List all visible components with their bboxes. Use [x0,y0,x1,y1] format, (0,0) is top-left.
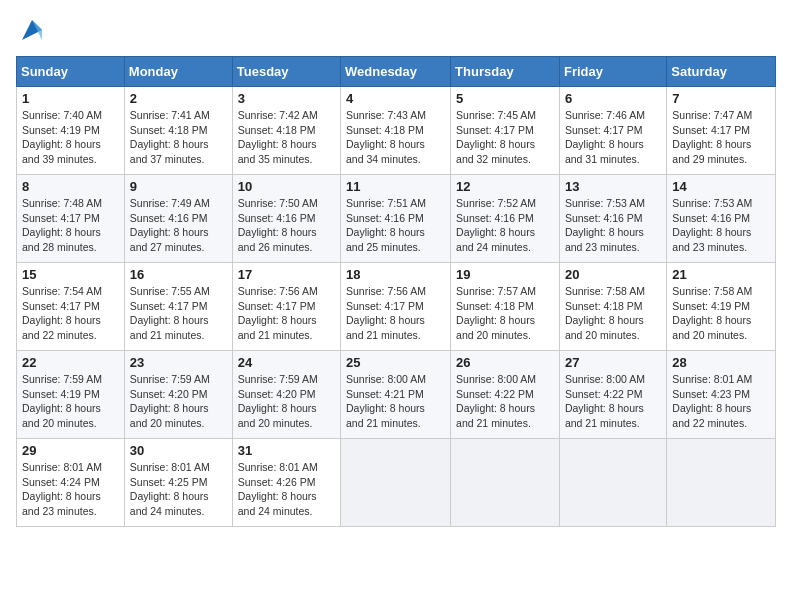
day-number: 24 [238,355,335,370]
sunrise-label: Sunrise: 7:53 AM [672,197,752,209]
sunrise-label: Sunrise: 7:41 AM [130,109,210,121]
calendar-cell: 26 Sunrise: 8:00 AM Sunset: 4:22 PM Dayl… [451,351,560,439]
day-number: 20 [565,267,661,282]
daylight-label: Daylight: 8 hours and 24 minutes. [130,490,209,517]
calendar-table: SundayMondayTuesdayWednesdayThursdayFrid… [16,56,776,527]
calendar-cell: 20 Sunrise: 7:58 AM Sunset: 4:18 PM Dayl… [559,263,666,351]
calendar-cell [667,439,776,527]
calendar-cell: 3 Sunrise: 7:42 AM Sunset: 4:18 PM Dayli… [232,87,340,175]
day-number: 7 [672,91,770,106]
calendar-cell: 11 Sunrise: 7:51 AM Sunset: 4:16 PM Dayl… [341,175,451,263]
day-info: Sunrise: 7:50 AM Sunset: 4:16 PM Dayligh… [238,196,335,255]
weekday-header-wednesday: Wednesday [341,57,451,87]
calendar-cell: 22 Sunrise: 7:59 AM Sunset: 4:19 PM Dayl… [17,351,125,439]
calendar-cell: 27 Sunrise: 8:00 AM Sunset: 4:22 PM Dayl… [559,351,666,439]
sunrise-label: Sunrise: 7:46 AM [565,109,645,121]
calendar-cell: 31 Sunrise: 8:01 AM Sunset: 4:26 PM Dayl… [232,439,340,527]
daylight-label: Daylight: 8 hours and 34 minutes. [346,138,425,165]
calendar-cell: 18 Sunrise: 7:56 AM Sunset: 4:17 PM Dayl… [341,263,451,351]
day-info: Sunrise: 8:00 AM Sunset: 4:22 PM Dayligh… [456,372,554,431]
day-number: 2 [130,91,227,106]
calendar-cell: 25 Sunrise: 8:00 AM Sunset: 4:21 PM Dayl… [341,351,451,439]
sunset-label: Sunset: 4:17 PM [672,124,750,136]
day-info: Sunrise: 7:56 AM Sunset: 4:17 PM Dayligh… [238,284,335,343]
day-info: Sunrise: 7:42 AM Sunset: 4:18 PM Dayligh… [238,108,335,167]
calendar-cell: 1 Sunrise: 7:40 AM Sunset: 4:19 PM Dayli… [17,87,125,175]
calendar-cell: 21 Sunrise: 7:58 AM Sunset: 4:19 PM Dayl… [667,263,776,351]
sunrise-label: Sunrise: 7:59 AM [130,373,210,385]
sunset-label: Sunset: 4:19 PM [672,300,750,312]
calendar-cell: 14 Sunrise: 7:53 AM Sunset: 4:16 PM Dayl… [667,175,776,263]
day-info: Sunrise: 7:45 AM Sunset: 4:17 PM Dayligh… [456,108,554,167]
daylight-label: Daylight: 8 hours and 32 minutes. [456,138,535,165]
sunrise-label: Sunrise: 7:51 AM [346,197,426,209]
calendar-week-4: 22 Sunrise: 7:59 AM Sunset: 4:19 PM Dayl… [17,351,776,439]
sunset-label: Sunset: 4:18 PM [565,300,643,312]
calendar-cell: 7 Sunrise: 7:47 AM Sunset: 4:17 PM Dayli… [667,87,776,175]
daylight-label: Daylight: 8 hours and 28 minutes. [22,226,101,253]
logo [16,16,46,44]
day-number: 11 [346,179,445,194]
daylight-label: Daylight: 8 hours and 20 minutes. [565,314,644,341]
day-info: Sunrise: 7:41 AM Sunset: 4:18 PM Dayligh… [130,108,227,167]
day-info: Sunrise: 7:57 AM Sunset: 4:18 PM Dayligh… [456,284,554,343]
day-number: 31 [238,443,335,458]
day-info: Sunrise: 8:01 AM Sunset: 4:23 PM Dayligh… [672,372,770,431]
daylight-label: Daylight: 8 hours and 26 minutes. [238,226,317,253]
daylight-label: Daylight: 8 hours and 20 minutes. [238,402,317,429]
sunset-label: Sunset: 4:16 PM [456,212,534,224]
sunset-label: Sunset: 4:16 PM [346,212,424,224]
sunset-label: Sunset: 4:17 PM [130,300,208,312]
day-number: 16 [130,267,227,282]
sunset-label: Sunset: 4:20 PM [130,388,208,400]
daylight-label: Daylight: 8 hours and 20 minutes. [672,314,751,341]
day-number: 23 [130,355,227,370]
sunset-label: Sunset: 4:26 PM [238,476,316,488]
daylight-label: Daylight: 8 hours and 35 minutes. [238,138,317,165]
day-info: Sunrise: 8:01 AM Sunset: 4:26 PM Dayligh… [238,460,335,519]
sunset-label: Sunset: 4:16 PM [238,212,316,224]
daylight-label: Daylight: 8 hours and 31 minutes. [565,138,644,165]
sunrise-label: Sunrise: 7:43 AM [346,109,426,121]
daylight-label: Daylight: 8 hours and 25 minutes. [346,226,425,253]
calendar-cell: 6 Sunrise: 7:46 AM Sunset: 4:17 PM Dayli… [559,87,666,175]
daylight-label: Daylight: 8 hours and 37 minutes. [130,138,209,165]
sunrise-label: Sunrise: 7:58 AM [672,285,752,297]
sunset-label: Sunset: 4:17 PM [565,124,643,136]
day-number: 15 [22,267,119,282]
daylight-label: Daylight: 8 hours and 20 minutes. [130,402,209,429]
daylight-label: Daylight: 8 hours and 24 minutes. [238,490,317,517]
day-info: Sunrise: 7:54 AM Sunset: 4:17 PM Dayligh… [22,284,119,343]
sunrise-label: Sunrise: 8:00 AM [565,373,645,385]
calendar-cell: 12 Sunrise: 7:52 AM Sunset: 4:16 PM Dayl… [451,175,560,263]
calendar-week-2: 8 Sunrise: 7:48 AM Sunset: 4:17 PM Dayli… [17,175,776,263]
daylight-label: Daylight: 8 hours and 29 minutes. [672,138,751,165]
daylight-label: Daylight: 8 hours and 23 minutes. [565,226,644,253]
weekday-header-row: SundayMondayTuesdayWednesdayThursdayFrid… [17,57,776,87]
calendar-week-3: 15 Sunrise: 7:54 AM Sunset: 4:17 PM Dayl… [17,263,776,351]
calendar-cell [341,439,451,527]
calendar-cell: 28 Sunrise: 8:01 AM Sunset: 4:23 PM Dayl… [667,351,776,439]
daylight-label: Daylight: 8 hours and 21 minutes. [456,402,535,429]
sunrise-label: Sunrise: 8:01 AM [238,461,318,473]
daylight-label: Daylight: 8 hours and 24 minutes. [456,226,535,253]
day-number: 3 [238,91,335,106]
sunset-label: Sunset: 4:16 PM [565,212,643,224]
day-info: Sunrise: 7:43 AM Sunset: 4:18 PM Dayligh… [346,108,445,167]
day-info: Sunrise: 8:01 AM Sunset: 4:25 PM Dayligh… [130,460,227,519]
day-info: Sunrise: 7:56 AM Sunset: 4:17 PM Dayligh… [346,284,445,343]
daylight-label: Daylight: 8 hours and 22 minutes. [672,402,751,429]
sunrise-label: Sunrise: 7:59 AM [238,373,318,385]
calendar-cell [559,439,666,527]
day-info: Sunrise: 7:52 AM Sunset: 4:16 PM Dayligh… [456,196,554,255]
sunrise-label: Sunrise: 7:52 AM [456,197,536,209]
day-number: 28 [672,355,770,370]
daylight-label: Daylight: 8 hours and 21 minutes. [130,314,209,341]
calendar-week-1: 1 Sunrise: 7:40 AM Sunset: 4:19 PM Dayli… [17,87,776,175]
daylight-label: Daylight: 8 hours and 21 minutes. [565,402,644,429]
sunset-label: Sunset: 4:17 PM [22,300,100,312]
sunset-label: Sunset: 4:17 PM [456,124,534,136]
sunrise-label: Sunrise: 7:42 AM [238,109,318,121]
calendar-cell: 15 Sunrise: 7:54 AM Sunset: 4:17 PM Dayl… [17,263,125,351]
sunrise-label: Sunrise: 7:59 AM [22,373,102,385]
